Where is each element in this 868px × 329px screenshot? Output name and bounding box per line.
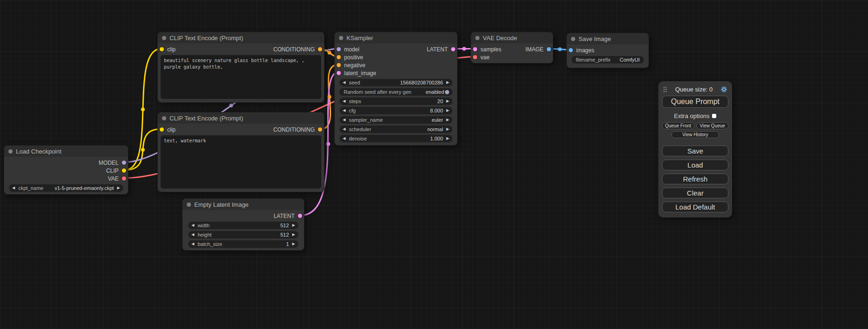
conditioning-port-icon[interactable] <box>337 55 341 59</box>
output-slot-conditioning[interactable]: CONDITIONING <box>273 126 322 133</box>
link-midpoint-dot <box>558 48 562 51</box>
node-graph-canvas[interactable]: Load Checkpoint MODEL CLIP VAE <box>0 0 868 329</box>
node-titlebar[interactable]: Save Image <box>567 33 649 44</box>
input-slot-positive[interactable]: positive <box>337 54 363 61</box>
decrement-arrow-icon[interactable]: ◀ <box>343 137 346 140</box>
node-titlebar[interactable]: CLIP Text Encode (Prompt) <box>158 32 324 43</box>
widget-seed[interactable]: ◀ seed 156680208700286 ▶ <box>339 79 452 86</box>
node-load-checkpoint[interactable]: Load Checkpoint MODEL CLIP VAE <box>4 145 128 195</box>
positive-prompt-textarea[interactable]: beautiful scenery nature glass bottle la… <box>161 55 321 99</box>
conditioning-port-icon[interactable] <box>318 47 322 51</box>
decrement-arrow-icon[interactable]: ◀ <box>343 109 346 112</box>
drag-handle-icon[interactable] <box>663 86 667 92</box>
increment-arrow-icon[interactable]: ▶ <box>446 81 449 84</box>
clear-button[interactable]: Clear <box>662 188 728 198</box>
save-button[interactable]: Save <box>662 146 728 156</box>
model-port-icon[interactable] <box>122 161 126 165</box>
decrement-arrow-icon[interactable]: ◀ <box>191 242 194 246</box>
widget-scheduler[interactable]: ◀ scheduler normal ▶ <box>339 126 452 133</box>
toggle-indicator-icon[interactable] <box>445 90 449 94</box>
increment-arrow-icon[interactable]: ▶ <box>446 137 449 140</box>
clip-port-icon[interactable] <box>160 47 164 51</box>
node-titlebar[interactable]: Empty Latent Image <box>183 199 304 210</box>
clip-port-icon[interactable] <box>160 127 164 132</box>
increment-arrow-icon[interactable]: ▶ <box>292 233 295 237</box>
input-slot-clip[interactable]: clip <box>160 126 176 133</box>
input-slot-clip[interactable]: clip <box>160 46 176 53</box>
increment-arrow-icon[interactable]: ▶ <box>292 224 295 227</box>
decrement-arrow-icon[interactable]: ◀ <box>191 233 194 237</box>
increment-arrow-icon[interactable]: ▶ <box>292 242 295 246</box>
widget-width[interactable]: ◀ width 512 ▶ <box>188 222 298 229</box>
input-slot-vae[interactable]: vae <box>473 54 489 61</box>
widget-filename-prefix[interactable]: filename_prefix ComfyUI <box>572 56 644 63</box>
node-titlebar[interactable]: VAE Decode <box>471 32 553 43</box>
model-port-icon[interactable] <box>337 47 341 51</box>
latent-port-icon[interactable] <box>473 47 477 51</box>
node-clip-text-encode-negative[interactable]: CLIP Text Encode (Prompt) clip CONDITION… <box>157 112 325 192</box>
decrement-arrow-icon[interactable]: ◀ <box>343 118 346 122</box>
input-slot-samples[interactable]: samples <box>473 46 501 53</box>
extra-options-checkbox[interactable] <box>712 114 716 118</box>
clip-port-icon[interactable] <box>122 168 126 173</box>
load-button[interactable]: Load <box>662 160 728 170</box>
output-slot-clip[interactable]: CLIP <box>106 168 126 174</box>
conditioning-port-icon[interactable] <box>318 127 322 132</box>
widget-denoise[interactable]: ◀ denoise 1.000 ▶ <box>339 135 452 142</box>
latent-port-icon[interactable] <box>337 71 341 75</box>
output-slot-latent[interactable]: LATENT <box>274 213 302 219</box>
latent-port-icon[interactable] <box>298 214 302 218</box>
decrement-arrow-icon[interactable]: ◀ <box>12 186 15 190</box>
load-default-button[interactable]: Load Default <box>662 202 728 212</box>
node-titlebar[interactable]: CLIP Text Encode (Prompt) <box>158 112 324 124</box>
node-ksampler[interactable]: KSampler model positive <box>334 32 458 146</box>
widget-height[interactable]: ◀ height 512 ▶ <box>188 231 298 238</box>
increment-arrow-icon[interactable]: ▶ <box>446 118 449 122</box>
increment-arrow-icon[interactable]: ▶ <box>117 186 120 190</box>
queue-front-button[interactable]: Queue Front <box>662 122 694 129</box>
output-slot-conditioning[interactable]: CONDITIONING <box>273 46 322 53</box>
negative-prompt-textarea[interactable]: text, watermark <box>161 135 321 189</box>
settings-gear-icon[interactable] <box>720 86 727 93</box>
queue-prompt-button[interactable]: Queue Prompt <box>662 96 728 108</box>
conditioning-port-icon[interactable] <box>337 63 341 67</box>
node-titlebar[interactable]: KSampler <box>335 32 457 43</box>
input-slot-latent-image[interactable]: latent_image <box>337 70 376 77</box>
input-slot-model[interactable]: model <box>337 46 360 53</box>
output-slot-model[interactable]: MODEL <box>99 160 126 166</box>
node-empty-latent-image[interactable]: Empty Latent Image LATENT ◀ width 512 ▶ … <box>182 198 304 251</box>
widget-sampler-name[interactable]: ◀ sampler_name euler ▶ <box>339 116 452 124</box>
vae-port-icon[interactable] <box>122 176 126 181</box>
image-port-icon[interactable] <box>569 48 573 52</box>
latent-port-icon[interactable] <box>451 47 455 51</box>
output-slot-latent[interactable]: LATENT <box>427 46 455 53</box>
decrement-arrow-icon[interactable]: ◀ <box>343 127 346 131</box>
widget-steps[interactable]: ◀ steps 20 ▶ <box>339 98 452 105</box>
widget-ckpt-name[interactable]: ◀ ckpt_name v1-5-pruned-emaonly.ckpt ▶ <box>9 184 123 192</box>
output-slot-vae[interactable]: VAE <box>108 175 126 182</box>
widget-cfg[interactable]: ◀ cfg 8.000 ▶ <box>339 107 452 114</box>
widget-batch-size[interactable]: ◀ batch_size 1 ▶ <box>188 240 298 248</box>
decrement-arrow-icon[interactable]: ◀ <box>191 224 194 227</box>
node-clip-text-encode-positive[interactable]: CLIP Text Encode (Prompt) clip CONDITION… <box>157 32 325 103</box>
decrement-arrow-icon[interactable]: ◀ <box>343 81 346 84</box>
refresh-button[interactable]: Refresh <box>662 174 728 184</box>
node-vae-decode[interactable]: VAE Decode samples vae <box>471 32 553 63</box>
input-slot-negative[interactable]: negative <box>337 62 365 69</box>
input-slot-images[interactable]: images <box>569 47 594 54</box>
output-slot-image[interactable]: IMAGE <box>525 46 551 53</box>
vae-port-icon[interactable] <box>473 55 477 59</box>
decrement-arrow-icon[interactable]: ◀ <box>343 99 346 103</box>
increment-arrow-icon[interactable]: ▶ <box>446 99 449 103</box>
node-titlebar[interactable]: Load Checkpoint <box>4 146 128 157</box>
control-panel[interactable]: Queue size: 0 Queue Prompt Extra options <box>658 81 732 217</box>
increment-arrow-icon[interactable]: ▶ <box>446 109 449 112</box>
node-save-image[interactable]: Save Image images filename_prefix ComfyU… <box>566 33 649 68</box>
image-port-icon[interactable] <box>547 47 551 51</box>
node-status-dot-icon <box>339 36 343 40</box>
widget-random-seed-toggle[interactable]: Random seed after every gen enabled <box>339 88 452 96</box>
view-history-button[interactable]: View History <box>671 131 719 138</box>
view-queue-button[interactable]: View Queue <box>697 122 729 129</box>
increment-arrow-icon[interactable]: ▶ <box>446 127 449 131</box>
node-title: CLIP Text Encode (Prompt) <box>169 35 243 42</box>
